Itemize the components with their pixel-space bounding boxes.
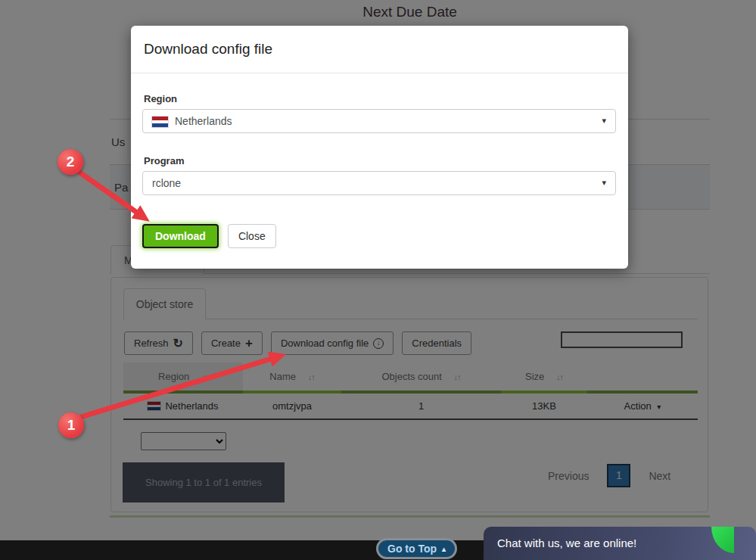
caret-down-icon: ▾: [602, 178, 606, 188]
region-select[interactable]: Netherlands ▾: [142, 109, 616, 133]
caret-down-icon: ▾: [602, 116, 606, 126]
modal-header: Download config file: [131, 26, 628, 73]
chat-message: Chat with us, we are online!: [497, 537, 636, 549]
modal-body: Region Netherlands ▾ Program rclone ▾ Do…: [131, 73, 628, 248]
chevron-up-icon: ▴: [442, 545, 446, 553]
region-label: Region: [144, 93, 616, 104]
page: Next Due Date Us Pa M Object store Refre…: [0, 0, 756, 560]
modal-actions: Download Close: [142, 224, 616, 248]
go-to-top-button[interactable]: Go to Top ▴: [376, 538, 457, 559]
chat-widget[interactable]: Chat with us, we are online!: [484, 527, 756, 560]
program-select[interactable]: rclone ▾: [142, 171, 616, 195]
program-label: Program: [144, 155, 616, 166]
leaf-icon: [711, 527, 734, 553]
netherlands-flag-icon: [152, 117, 168, 127]
program-select-value: rclone: [152, 177, 181, 189]
go-to-top-label: Go to Top: [387, 543, 437, 555]
download-config-modal: Download config file Region Netherlands …: [131, 26, 628, 269]
modal-title: Download config file: [144, 41, 614, 58]
close-button[interactable]: Close: [228, 224, 276, 248]
region-select-value: Netherlands: [175, 115, 232, 127]
download-button[interactable]: Download: [142, 224, 219, 248]
